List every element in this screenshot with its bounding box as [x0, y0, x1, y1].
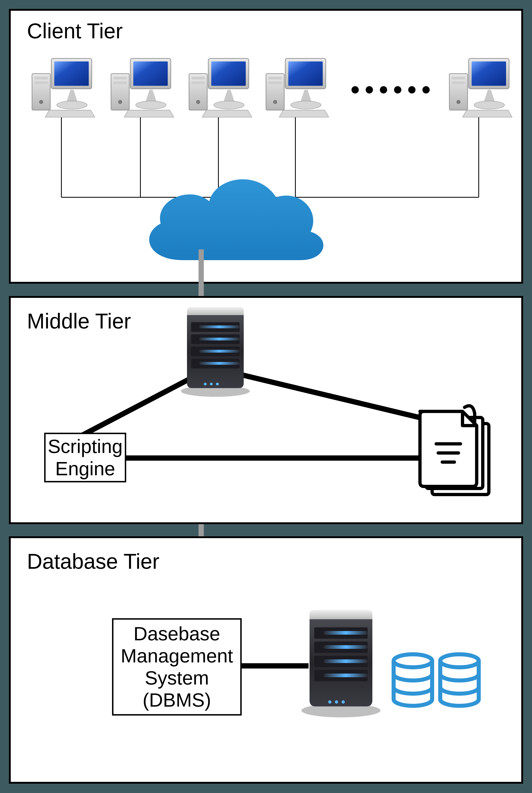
svg-rect-43: [452, 81, 465, 84]
svg-point-69: [301, 704, 380, 717]
server-icon: [297, 607, 385, 721]
svg-rect-77: [324, 674, 368, 677]
svg-rect-46: [472, 61, 506, 86]
client-tier-connectors: [11, 11, 525, 285]
svg-point-34: [291, 101, 321, 109]
svg-rect-73: [324, 645, 368, 649]
svg-rect-55: [199, 337, 240, 340]
dbms-line1: Dasebase: [133, 623, 220, 644]
svg-rect-76: [314, 670, 368, 681]
svg-point-39: [408, 86, 416, 93]
svg-rect-9: [35, 81, 48, 84]
svg-rect-54: [191, 334, 240, 344]
svg-line-48: [74, 373, 201, 440]
svg-point-82: [440, 654, 479, 667]
svg-rect-14: [111, 74, 129, 110]
svg-rect-59: [199, 362, 240, 365]
svg-rect-19: [133, 61, 168, 86]
middle-tier-label: Middle Tier: [27, 309, 131, 333]
svg-rect-12: [54, 61, 89, 86]
svg-rect-30: [268, 81, 282, 84]
svg-rect-32: [285, 58, 326, 89]
svg-rect-72: [314, 642, 368, 653]
svg-point-60: [204, 383, 207, 385]
svg-rect-56: [191, 347, 240, 356]
svg-rect-74: [314, 656, 368, 667]
workstation-icon: [109, 49, 174, 120]
svg-rect-41: [449, 74, 468, 110]
svg-point-79: [335, 700, 338, 704]
client-tier-label: Client Tier: [27, 19, 123, 43]
svg-rect-18: [130, 58, 171, 89]
svg-point-44: [456, 100, 460, 104]
svg-rect-16: [113, 81, 127, 84]
svg-rect-52: [191, 322, 240, 332]
workstation-icon: [30, 49, 95, 120]
svg-point-35: [352, 86, 359, 93]
server-icon: [175, 304, 256, 399]
svg-rect-42: [452, 77, 465, 79]
workstation-icon: [187, 49, 252, 120]
scripting-line1: Scripting: [48, 436, 123, 457]
svg-rect-7: [32, 74, 50, 110]
svg-point-24: [196, 100, 200, 104]
svg-rect-22: [191, 77, 205, 79]
scripting-engine-box: Scripting Engine: [44, 433, 126, 482]
svg-point-13: [57, 101, 87, 109]
svg-rect-23: [191, 81, 205, 84]
svg-rect-25: [208, 58, 249, 89]
svg-point-36: [366, 86, 373, 93]
svg-rect-75: [324, 659, 368, 663]
svg-point-78: [328, 700, 331, 704]
ellipsis-icon: [347, 82, 432, 98]
database-cylinder-icon: [390, 652, 436, 711]
dbms-line4: (DBMS): [142, 689, 211, 711]
database-tier-connectors: [11, 538, 525, 786]
dbms-line3: System: [145, 667, 209, 688]
svg-point-10: [39, 100, 43, 104]
database-cylinder-icon: [436, 652, 483, 711]
middle-tier-panel: Middle Tier: [9, 296, 523, 524]
svg-point-80: [342, 700, 345, 704]
svg-rect-63: [432, 424, 489, 495]
svg-rect-15: [113, 77, 127, 79]
svg-rect-11: [51, 58, 92, 89]
svg-point-31: [273, 100, 277, 104]
svg-point-17: [118, 100, 122, 104]
svg-rect-70: [314, 627, 368, 639]
svg-point-61: [210, 383, 213, 385]
svg-rect-58: [191, 359, 240, 368]
svg-rect-64: [426, 418, 483, 488]
svg-point-20: [136, 101, 166, 109]
svg-point-38: [394, 86, 401, 93]
svg-rect-57: [199, 350, 240, 353]
workstation-icon: [264, 49, 329, 120]
workstation-icon: [447, 49, 512, 120]
svg-point-27: [214, 101, 244, 109]
svg-point-51: [181, 385, 250, 397]
svg-rect-53: [199, 326, 240, 328]
svg-rect-45: [469, 58, 509, 89]
database-tier-panel: Database Tier Dasebase Management System…: [9, 536, 523, 784]
svg-point-37: [380, 86, 387, 93]
svg-point-47: [474, 101, 505, 109]
dbms-box: Dasebase Management System (DBMS): [112, 618, 242, 716]
svg-rect-28: [266, 74, 284, 110]
svg-rect-71: [324, 631, 368, 635]
database-tier-label: Database Tier: [27, 549, 159, 574]
svg-rect-33: [288, 61, 323, 86]
scripting-line2: Engine: [55, 458, 115, 479]
documents-icon: [414, 405, 501, 503]
svg-rect-29: [268, 77, 282, 79]
svg-point-40: [422, 86, 430, 93]
svg-point-62: [216, 383, 219, 385]
svg-point-81: [394, 654, 432, 667]
cloud-icon: [134, 171, 331, 284]
client-tier-panel: Client Tier: [9, 9, 523, 284]
svg-line-49: [233, 373, 436, 422]
dbms-line2: Management: [121, 645, 233, 666]
svg-rect-8: [35, 77, 48, 79]
svg-rect-21: [189, 74, 207, 110]
svg-rect-26: [211, 61, 246, 86]
